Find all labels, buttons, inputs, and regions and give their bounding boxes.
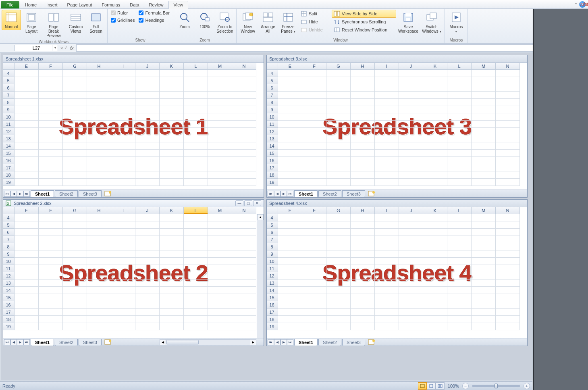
workbook-window-2[interactable]: X Spreadsheet 2.xlsx — ▢ ✕ ▲ Spreadsheet… [3,199,264,346]
cell[interactable] [351,316,375,323]
tab-nav-prev[interactable]: ◀ [274,339,280,345]
cell[interactable] [278,272,302,279]
cell[interactable] [135,171,160,179]
synchronous-scrolling-button[interactable]: Synchronous Scrolling [332,18,396,26]
tab-nav-last[interactable]: ⏭ [23,191,30,197]
tab-nav-last[interactable]: ⏭ [287,339,293,345]
cell[interactable] [496,229,520,236]
cell[interactable] [302,265,326,272]
zoom-100-button[interactable]: 100% [195,10,214,30]
cell[interactable] [399,157,423,164]
cell[interactable] [399,294,423,301]
cell[interactable] [160,179,184,186]
cell[interactable] [135,250,160,258]
cell[interactable] [208,221,232,229]
cell[interactable] [326,243,351,250]
cell[interactable] [399,243,423,250]
cell[interactable] [375,272,399,279]
row-header[interactable]: 11 [3,265,15,272]
minimize-window-icon[interactable]: — [235,200,243,206]
cell[interactable] [184,272,208,279]
window-titlebar[interactable]: Spreadsheet 3.xlsx [267,55,527,63]
cell[interactable] [326,128,351,135]
column-header[interactable]: E [278,207,302,214]
cell[interactable] [447,77,472,84]
cell[interactable] [232,258,256,265]
cell[interactable] [423,214,447,221]
row-header[interactable]: 16 [267,301,278,309]
sheet-tab-1[interactable]: Sheet1 [31,190,54,197]
cell[interactable] [208,142,232,150]
row-header[interactable]: 13 [3,279,15,287]
row-header[interactable]: 16 [3,301,15,309]
cell[interactable] [111,279,135,287]
grid[interactable]: ▲ Spreadsheet 2 EFGHIJKLMN45678910111213… [3,207,264,338]
cell[interactable] [160,323,184,330]
cell[interactable] [423,157,447,164]
column-header[interactable]: M [208,207,232,214]
cell[interactable] [423,323,447,330]
cell[interactable] [423,179,447,186]
cell[interactable] [39,150,63,157]
cell[interactable] [160,106,184,113]
cell[interactable] [208,171,232,179]
cell[interactable] [15,301,39,309]
cell[interactable] [87,99,111,106]
cell[interactable] [447,135,472,142]
cell[interactable] [15,272,39,279]
cell[interactable] [160,150,184,157]
cell[interactable] [302,243,326,250]
cell[interactable] [63,258,87,265]
row-header[interactable]: 13 [3,135,15,142]
cell[interactable] [63,113,87,121]
cell[interactable] [111,316,135,323]
cell[interactable] [472,265,496,272]
cell[interactable] [496,294,520,301]
cell[interactable] [472,301,496,309]
cell[interactable] [232,272,256,279]
cell[interactable] [399,77,423,84]
cell[interactable] [184,84,208,92]
cell[interactable] [39,92,63,99]
cell[interactable] [423,309,447,316]
cell[interactable] [135,77,160,84]
cell[interactable] [472,99,496,106]
cell[interactable] [302,135,326,142]
cell[interactable] [399,106,423,113]
column-header[interactable]: F [302,207,326,214]
cell[interactable] [375,171,399,179]
maximize-window-icon[interactable]: ▢ [244,200,252,206]
cell[interactable] [423,84,447,92]
cell[interactable] [472,121,496,128]
cell[interactable] [447,323,472,330]
cell[interactable] [63,294,87,301]
cell[interactable] [399,323,423,330]
cell[interactable] [135,301,160,309]
cell[interactable] [160,135,184,142]
cell[interactable] [184,323,208,330]
cell[interactable] [87,142,111,150]
row-header[interactable]: 12 [3,128,15,135]
sheet-tab-1[interactable]: Sheet1 [294,339,318,346]
cell[interactable] [278,214,302,221]
cell[interactable] [160,229,184,236]
cell[interactable] [399,164,423,171]
cell[interactable] [472,229,496,236]
cell[interactable] [399,150,423,157]
cell[interactable] [423,142,447,150]
headings-checkbox[interactable]: Headings [137,17,171,23]
cell[interactable] [496,77,520,84]
cell[interactable] [496,250,520,258]
row-header[interactable]: 6 [3,229,15,236]
cell[interactable] [447,84,472,92]
cell[interactable] [326,157,351,164]
cell[interactable] [135,279,160,287]
fx-label[interactable]: fx [70,46,74,50]
cell[interactable] [375,70,399,77]
cell[interactable] [111,265,135,272]
cell[interactable] [111,70,135,77]
cell[interactable] [15,150,39,157]
cell[interactable] [447,164,472,171]
cell[interactable] [15,121,39,128]
cell[interactable] [184,171,208,179]
